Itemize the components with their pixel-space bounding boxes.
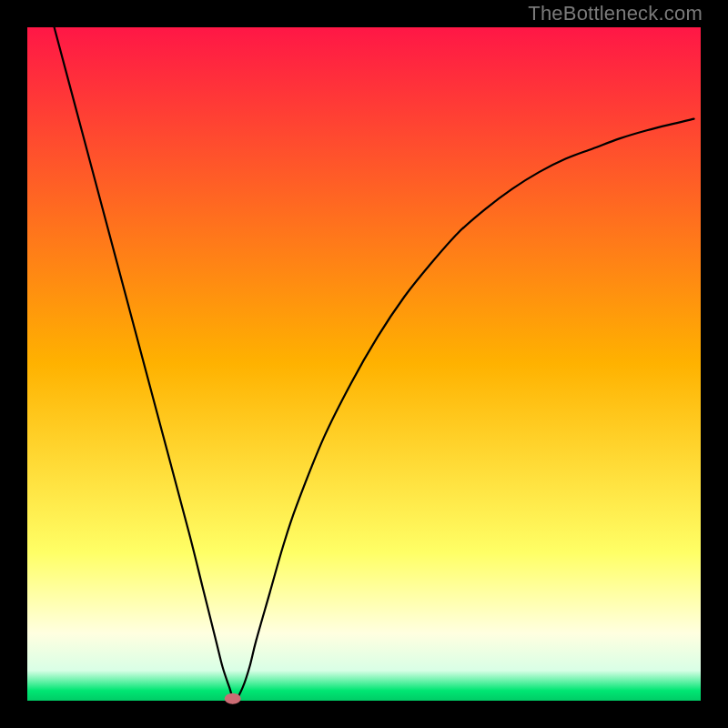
minimum-marker [225, 693, 241, 704]
bottleneck-chart [0, 0, 728, 728]
chart-frame: TheBottleneck.com [0, 0, 728, 728]
plot-background [27, 27, 701, 701]
watermark-text: TheBottleneck.com [528, 2, 703, 25]
